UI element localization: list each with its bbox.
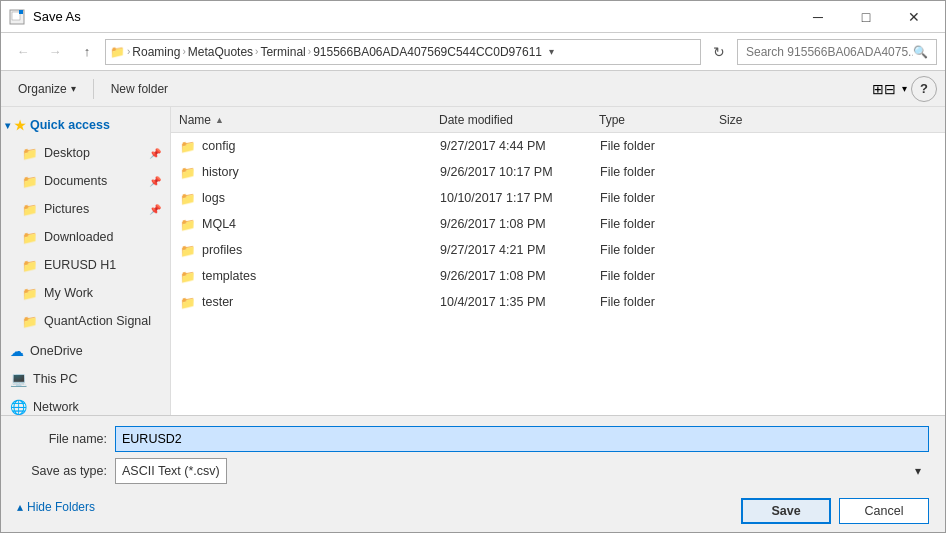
column-type-header[interactable]: Type (599, 113, 719, 127)
sidebar-item-label: Downloaded (44, 230, 114, 244)
sidebar-item-label: EURUSD H1 (44, 258, 116, 272)
sidebar-item-label: Pictures (44, 202, 89, 216)
search-icon: 🔍 (913, 45, 928, 59)
breadcrumb[interactable]: 📁 › Roaming › MetaQuotes › Terminal › 91… (105, 39, 701, 65)
new-folder-button[interactable]: New folder (102, 76, 177, 102)
view-dropdown-arrow: ▾ (902, 83, 907, 94)
maximize-button[interactable]: □ (843, 2, 889, 32)
sidebar-item-pictures[interactable]: 📁 Pictures 📌 (1, 195, 170, 223)
save-type-wrapper: ASCII Text (*.csv) (115, 458, 929, 484)
table-row[interactable]: 📁 logs 10/10/2017 1:17 PM File folder (171, 185, 945, 211)
back-button[interactable]: ← (9, 38, 37, 66)
folder-icon: 📁 (22, 202, 38, 217)
breadcrumb-metaquotes: MetaQuotes (188, 45, 253, 59)
save-as-type-row: Save as type: ASCII Text (*.csv) (17, 458, 929, 484)
sidebar-item-mywork[interactable]: 📁 My Work (1, 279, 170, 307)
app-icon (9, 9, 25, 25)
table-row[interactable]: 📁 profiles 9/27/2017 4:21 PM File folder (171, 237, 945, 263)
network-icon: 🌐 (10, 399, 27, 415)
file-name-input[interactable] (115, 426, 929, 452)
sidebar-item-label: Documents (44, 174, 107, 188)
refresh-button[interactable]: ↻ (705, 39, 733, 65)
file-name-label: File name: (17, 432, 107, 446)
sidebar-item-desktop[interactable]: 📁 Desktop 📌 (1, 139, 170, 167)
onedrive-icon: ☁ (10, 343, 24, 359)
column-name-header[interactable]: Name ▲ (179, 113, 439, 127)
quick-access-header[interactable]: ▾ ★ Quick access (1, 111, 170, 139)
sidebar-item-quantaction[interactable]: 📁 QuantAction Signal (1, 307, 170, 335)
quick-access-star-icon: ★ (14, 118, 26, 133)
folder-icon: 📁 (22, 258, 38, 273)
sort-arrow: ▲ (215, 115, 224, 125)
minimize-button[interactable]: ─ (795, 2, 841, 32)
hide-folders-label: Hide Folders (27, 500, 95, 514)
hide-folders-row: ▴ Hide Folders Save Cancel (17, 490, 929, 524)
view-button[interactable]: ⊞⊟ (870, 76, 898, 102)
sidebar-item-documents[interactable]: 📁 Documents 📌 (1, 167, 170, 195)
view-icon: ⊞⊟ (872, 81, 896, 97)
quick-access-section: ▾ ★ Quick access 📁 Desktop 📌 📁 Documents… (1, 111, 170, 335)
table-row[interactable]: 📁 tester 10/4/2017 1:35 PM File folder (171, 289, 945, 315)
file-list-header: Name ▲ Date modified Type Size (171, 107, 945, 133)
sidebar: ▾ ★ Quick access 📁 Desktop 📌 📁 Documents… (1, 107, 171, 415)
svg-rect-1 (12, 12, 20, 20)
main-content: ▾ ★ Quick access 📁 Desktop 📌 📁 Documents… (1, 107, 945, 415)
quick-access-chevron: ▾ (5, 120, 10, 131)
file-name-row: File name: (17, 426, 929, 452)
organize-dropdown-icon: ▾ (71, 83, 76, 94)
folder-icon: 📁 (180, 217, 196, 232)
breadcrumb-terminal: Terminal (260, 45, 305, 59)
address-bar: ← → ↑ 📁 › Roaming › MetaQuotes › Termina… (1, 33, 945, 71)
folder-icon: 📁 (22, 286, 38, 301)
sidebar-item-label: My Work (44, 286, 93, 300)
search-input[interactable] (746, 45, 913, 59)
window-controls: ─ □ ✕ (795, 2, 937, 32)
cancel-button[interactable]: Cancel (839, 498, 929, 524)
sidebar-item-label: QuantAction Signal (44, 314, 151, 328)
breadcrumb-dropdown-button[interactable]: ▾ (544, 41, 560, 63)
sidebar-item-label: OneDrive (30, 344, 83, 358)
sidebar-item-downloaded[interactable]: 📁 Downloaded (1, 223, 170, 251)
save-as-type-select[interactable]: ASCII Text (*.csv) (115, 458, 227, 484)
folder-icon: 📁 (22, 230, 38, 245)
breadcrumb-folder-icon: 📁 (110, 45, 125, 59)
forward-button[interactable]: → (41, 38, 69, 66)
column-date-header[interactable]: Date modified (439, 113, 599, 127)
table-row[interactable]: 📁 MQL4 9/26/2017 1:08 PM File folder (171, 211, 945, 237)
search-box[interactable]: 🔍 (737, 39, 937, 65)
save-as-type-label: Save as type: (17, 464, 107, 478)
table-row[interactable]: 📁 config 9/27/2017 4:44 PM File folder (171, 133, 945, 159)
table-row[interactable]: 📁 history 9/26/2017 10:17 PM File folder (171, 159, 945, 185)
save-button[interactable]: Save (741, 498, 831, 524)
thispc-icon: 💻 (10, 371, 27, 387)
quick-access-label: Quick access (30, 118, 110, 132)
sidebar-item-label: Desktop (44, 146, 90, 160)
column-size-header[interactable]: Size (719, 113, 799, 127)
sidebar-item-network[interactable]: 🌐 Network (1, 393, 170, 415)
sidebar-item-thispc[interactable]: 💻 This PC (1, 365, 170, 393)
folder-icon: 📁 (180, 295, 196, 310)
folder-icon: 📁 (22, 174, 38, 189)
table-row[interactable]: 📁 templates 9/26/2017 1:08 PM File folde… (171, 263, 945, 289)
toolbar: Organize ▾ New folder ⊞⊟ ▾ ? (1, 71, 945, 107)
pin-icon: 📌 (149, 148, 161, 159)
help-button[interactable]: ? (911, 76, 937, 102)
hide-folders-toggle[interactable]: ▴ Hide Folders (17, 500, 95, 514)
sidebar-item-eurusd[interactable]: 📁 EURUSD H1 (1, 251, 170, 279)
hide-folders-chevron: ▴ (17, 500, 23, 514)
breadcrumb-roaming: Roaming (132, 45, 180, 59)
folder-icon: 📁 (180, 165, 196, 180)
pin-icon: 📌 (149, 176, 161, 187)
folder-icon: 📁 (180, 243, 196, 258)
sidebar-item-label: Network (33, 400, 79, 414)
sidebar-item-onedrive[interactable]: ☁ OneDrive (1, 337, 170, 365)
svg-rect-2 (19, 10, 23, 14)
toolbar-separator (93, 79, 94, 99)
organize-button[interactable]: Organize ▾ (9, 76, 85, 102)
up-button[interactable]: ↑ (73, 38, 101, 66)
close-button[interactable]: ✕ (891, 2, 937, 32)
sidebar-item-label: This PC (33, 372, 77, 386)
button-row: Save Cancel (741, 498, 929, 524)
folder-icon: 📁 (180, 191, 196, 206)
file-list: Name ▲ Date modified Type Size 📁 config (171, 107, 945, 415)
